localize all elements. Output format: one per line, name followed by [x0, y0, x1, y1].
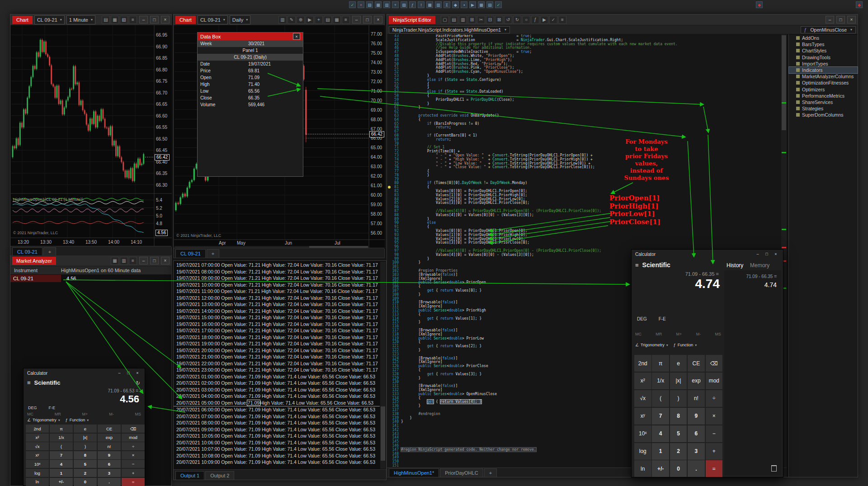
calc-key-x[interactable]: |x| [74, 434, 97, 442]
calc-key-log[interactable]: log [634, 443, 651, 460]
calc-key-8[interactable]: 8 [74, 451, 97, 459]
data-box-header[interactable]: Data Box× [198, 33, 303, 40]
output-line[interactable]: 19/07/2021 11:00:00 Open Value: 71.21 Hi… [174, 288, 380, 295]
function-dropdown[interactable]: ƒFunction▾ [66, 418, 89, 422]
indicator-icon[interactable]: ƒ [409, 1, 416, 8]
calc-key-ce[interactable]: CE [688, 355, 705, 372]
calc-key-1[interactable]: 1 [652, 443, 669, 460]
calc-key-ln[interactable]: ln [634, 460, 651, 477]
run-icon[interactable]: ▶ [540, 16, 548, 24]
minimize-button[interactable]: – [139, 257, 148, 264]
deg-button[interactable]: DEG [28, 406, 37, 410]
column-header-instrument[interactable]: Instrument [10, 268, 61, 273]
calc-key-[interactable]: +/- [652, 460, 669, 477]
maximize-button[interactable]: □ [836, 16, 845, 24]
output-line[interactable]: 19/07/2021 10:00:00 Open Value: 71.21 Hi… [174, 282, 380, 288]
memory-button-m-[interactable]: M- [696, 332, 701, 336]
calc-key-1x[interactable]: 1/x [50, 434, 73, 442]
calc-key-2[interactable]: 2 [670, 443, 687, 460]
chart2-icon[interactable]: ▤ [486, 1, 493, 8]
memory-button-m+[interactable]: M+ [676, 332, 682, 336]
output-line[interactable]: 20/07/2021 03:00:00 Open Value: 71.09 Hi… [174, 387, 380, 393]
output-line[interactable]: 20/07/2021 09:00:00 Open Value: 71.09 Hi… [174, 426, 380, 433]
calc-key-0[interactable]: 0 [670, 460, 687, 477]
calc-key-10[interactable]: 10ˣ [26, 460, 49, 468]
calc-key-x[interactable]: xʸ [634, 408, 651, 425]
calc-key-x[interactable]: √x [634, 390, 651, 407]
check-icon[interactable]: ✓ [495, 1, 502, 8]
deg-button[interactable]: DEG [637, 316, 647, 321]
code-line[interactable]: 63 protected override void OnBarUpdate() [387, 114, 678, 118]
calc-key-4[interactable]: 4 [50, 460, 73, 468]
output-line[interactable]: 19/07/2021 21:00:00 Open Value: 71.21 Hi… [174, 354, 380, 360]
memory-button-ms[interactable]: MS [715, 332, 721, 336]
grid-icon[interactable]: ▦ [375, 1, 382, 8]
calc-key-mod[interactable]: mod [122, 434, 145, 442]
calc-key-exp[interactable]: exp [688, 373, 705, 389]
output-line[interactable]: 20/07/2021 10:09:00 Open Value: 71.09 Hi… [174, 459, 380, 466]
scrollbar-thumb[interactable] [782, 35, 786, 130]
calc-key-1x[interactable]: 1/x [652, 373, 669, 389]
calc-key-9[interactable]: 9 [98, 451, 121, 459]
menu-icon[interactable]: ≡ [635, 262, 639, 269]
close-button[interactable]: × [772, 251, 779, 257]
calc-key-ce[interactable]: CE [98, 425, 121, 433]
close-icon[interactable]: × [293, 33, 300, 40]
columns-icon[interactable]: ▥ [120, 257, 128, 265]
calc-key-[interactable]: − [706, 425, 723, 442]
memory-button-mc[interactable]: MC [27, 412, 33, 416]
bars-icon[interactable]: ▥ [383, 1, 390, 8]
script-tab[interactable]: + [484, 468, 497, 477]
output-line[interactable]: 20/07/2021 08:00:00 Open Value: 71.09 Hi… [174, 420, 380, 426]
calc-key-7[interactable]: 7 [652, 408, 669, 425]
calc-key-[interactable]: . [98, 478, 121, 486]
code-line[interactable]: 55 { [387, 82, 678, 86]
explorer-item-indicators[interactable]: Indicators [789, 67, 858, 73]
calc-key-6[interactable]: 6 [98, 460, 121, 468]
trigonometry-dropdown[interactable]: ∠Trigonometry▾ [635, 343, 668, 347]
output-line[interactable]: 19/07/2021 15:00:00 Open Value: 71.21 Hi… [174, 314, 380, 321]
maximize-button[interactable]: □ [125, 370, 132, 376]
chart-icon[interactable]: ▤ [366, 1, 373, 8]
explorer-item-importtypes[interactable]: ImportTypes [789, 61, 858, 67]
calc-key-log[interactable]: log [26, 469, 49, 477]
explorer-item-barstypes[interactable]: BarsTypes [789, 41, 858, 47]
output-line[interactable]: 19/07/2021 23:00:00 Open Value: 71.21 Hi… [174, 367, 380, 373]
memory-button-mc[interactable]: MC [635, 332, 642, 336]
cut-icon[interactable]: ✂ [477, 16, 485, 24]
calc-key-2nd[interactable]: 2nd [634, 355, 651, 372]
calc-key-x[interactable]: xʸ [26, 451, 49, 459]
clear-history-icon[interactable] [771, 465, 777, 472]
dom-icon[interactable]: ▦ [426, 1, 433, 8]
alert-icon[interactable]: ! [418, 1, 425, 8]
history-icon[interactable]: ↻ [136, 380, 140, 386]
calc-key-7[interactable]: 7 [50, 451, 73, 459]
fe-button[interactable]: F-E [659, 316, 666, 321]
script-tab[interactable]: HighMinusOpen1* [389, 468, 439, 477]
calc-key-10[interactable]: 10ˣ [634, 425, 651, 442]
calc-key-[interactable]: ) [670, 390, 687, 407]
output-line[interactable]: 20/07/2021 10:05:00 Open Value: 71.09 Hi… [174, 433, 380, 439]
properties-icon[interactable]: ≡ [129, 16, 137, 24]
instrument-select[interactable]: CL 09-21▾ [198, 15, 228, 24]
calc-key-1[interactable]: 1 [50, 469, 73, 477]
print-icon[interactable]: ⊞ [468, 16, 476, 24]
trigonometry-dropdown[interactable]: ∠Trigonometry▾ [27, 418, 60, 422]
calc-key-[interactable]: + [122, 469, 145, 477]
explorer-item-marketanalyzercolumns[interactable]: MarketAnalyzerColumns [789, 73, 858, 80]
explorer-item-optimizationfitnesses[interactable]: OptimizationFitnesses [789, 80, 858, 86]
panels-icon[interactable]: ▦ [111, 16, 119, 24]
maximize-button[interactable]: □ [363, 16, 372, 24]
calc-key-[interactable]: ⌫ [706, 355, 723, 372]
grid-icon[interactable]: ▦ [111, 257, 119, 265]
output-line[interactable]: 20/07/2021 02:00:00 Open Value: 71.09 Hi… [174, 380, 380, 387]
strategy-icon[interactable]: Σ [443, 1, 450, 8]
explorer-item-chartstyles[interactable]: ChartStyles [789, 47, 858, 54]
calc-key-x[interactable]: |x| [670, 373, 687, 389]
minimize-button[interactable]: – [139, 16, 148, 24]
calc-key-6[interactable]: 6 [688, 425, 705, 442]
calc-key-n[interactable]: n! [98, 442, 121, 450]
explorer-item-shareservices[interactable]: ShareServices [789, 99, 858, 105]
memory-button-mr[interactable]: MR [55, 412, 61, 416]
calc-key-e[interactable]: e [670, 355, 687, 372]
